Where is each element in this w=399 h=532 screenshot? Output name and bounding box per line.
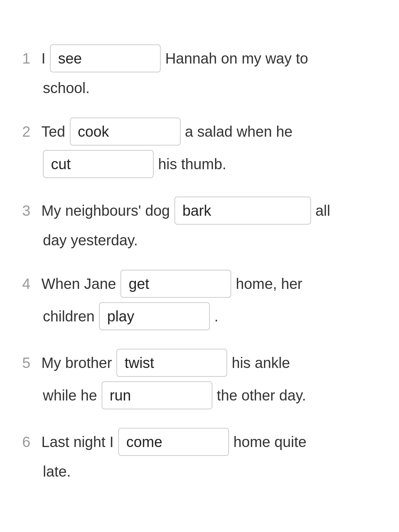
answer-input[interactable]: see [50,44,161,72]
text-segment: the other day. [217,384,306,406]
exercise-item-2: 2Tedcooka salad when hecuthis thumb. [22,117,377,178]
text-segment: children [43,305,95,327]
exercise-4-row-1: 4When Janegethome, her [22,270,377,298]
exercise-list: 1IseeHannah on my way toschool.2Tedcooka… [22,44,377,482]
exercise-item-5: 5My brothertwisthis anklewhile herunthe … [22,349,377,409]
exercise-number-6: 6 [22,431,37,453]
exercise-number-2: 2 [22,120,37,143]
text-segment: while he [43,384,97,406]
text-segment: his ankle [232,352,290,374]
text-segment: Last night I [41,431,114,453]
exercise-number-5: 5 [22,352,37,374]
exercise-item-3: 3My neighbours' dogbarkallday yesterday. [22,197,377,251]
exercise-number-1: 1 [22,47,37,69]
exercise-2-row-1: 2Tedcooka salad when he [22,117,377,146]
exercise-6-row-1: 6Last night Icomehome quite [22,428,377,456]
answer-input[interactable]: come [118,428,229,456]
text-segment: a salad when he [185,120,293,143]
exercise-5-row-2: while herunthe other day. [22,381,377,409]
exercise-6-row-2: late. [22,460,377,482]
answer-input[interactable]: play [99,302,210,330]
text-segment: home, her [236,273,302,295]
text-segment: Ted [41,120,65,143]
answer-input[interactable]: twist [116,349,227,377]
text-segment: school. [43,77,90,99]
exercise-4-row-2: childrenplay. [22,302,377,330]
text-segment: Hannah on my way to [165,47,308,69]
answer-input[interactable]: bark [174,197,311,225]
exercise-item-6: 6Last night Icomehome quitelate. [22,428,377,482]
text-segment: his thumb. [158,153,226,175]
exercise-item-1: 1IseeHannah on my way toschool. [22,44,377,99]
text-segment: late. [43,460,71,482]
exercise-3-row-2: day yesterday. [22,229,377,251]
text-segment: I [41,47,45,69]
exercise-item-4: 4When Janegethome, herchildrenplay. [22,270,377,330]
exercise-3-row-1: 3My neighbours' dogbarkall [22,197,377,225]
answer-input[interactable]: get [120,270,231,298]
text-segment: home quite [233,431,307,453]
exercise-1-row-1: 1IseeHannah on my way to [22,44,377,72]
text-segment: My brother [41,352,112,374]
text-segment: day yesterday. [43,229,138,251]
exercise-5-row-1: 5My brothertwisthis ankle [22,349,377,377]
answer-input[interactable]: cut [43,150,154,178]
exercise-2-row-2: cuthis thumb. [22,150,377,178]
answer-input[interactable]: cook [70,117,181,146]
text-segment: all [316,200,330,222]
answer-input[interactable]: run [102,381,212,409]
text-segment: My neighbours' dog [41,200,170,222]
text-segment: . [214,305,218,327]
text-segment: When Jane [41,273,116,295]
exercise-number-3: 3 [22,200,37,222]
exercise-number-4: 4 [22,273,37,295]
exercise-1-row-2: school. [22,77,377,99]
